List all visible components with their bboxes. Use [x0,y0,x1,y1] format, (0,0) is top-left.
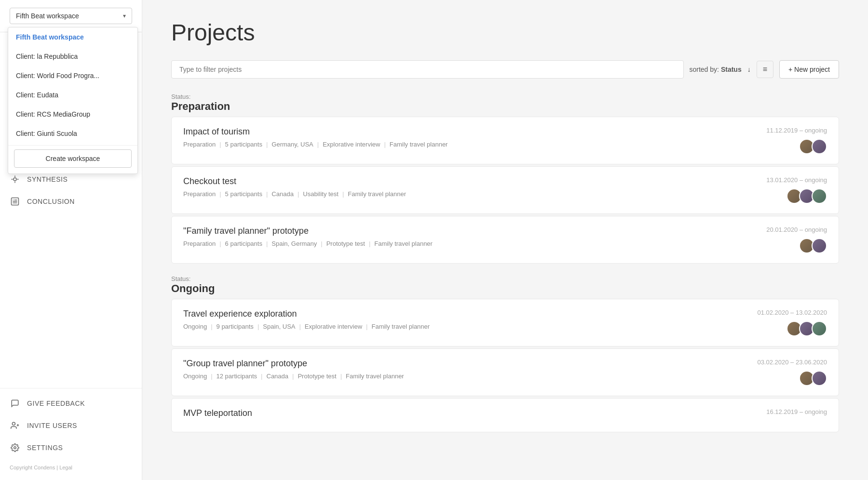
project-meta-ongoing-0: Ongoing | 9 participants | Spain, USA | … [183,323,731,330]
main-content: Projects sorted by: Status ↓ ≡ + New pro… [142,0,868,480]
dropdown-item-0[interactable]: Fifth Beat workspace [8,27,137,47]
sort-label: sorted by: Status [690,66,742,73]
svg-point-4 [14,178,16,181]
status-header-preparation: Status: Preparation [171,93,839,113]
sidebar-item-feedback[interactable]: GIVE FEEDBACK [0,392,142,414]
avatar [812,238,827,253]
avatar [812,371,827,386]
sort-direction-button[interactable]: ↓ [747,66,751,73]
dropdown-divider [8,145,137,146]
project-right-ongoing-0: 01.02.2020 – 13.02.2020 [731,309,827,336]
status-label-preparation: Status: [171,93,839,100]
filter-input[interactable] [171,60,684,79]
feedback-label: GIVE FEEDBACK [27,400,85,407]
project-meta-ongoing-1: Ongoing | 12 participants | Canada | Pro… [183,373,731,380]
invite-icon [10,420,20,431]
project-meta-0: Preparation | 5 participants | Germany, … [183,141,731,148]
project-info-ongoing-0: Travel experience exploration Ongoing | … [183,309,731,330]
sidebar: Fifth Beat workspace ▾ Fifth Beat worksp… [0,0,142,480]
avatar [812,139,827,154]
project-right-2: 20.01.2020 – ongoing [731,226,827,253]
project-date-2: 20.01.2020 – ongoing [766,226,827,233]
sidebar-footer: Copyright Condens | Legal [0,459,142,476]
project-date-1: 13.01.2020 – ongoing [766,176,827,184]
dropdown-item-1[interactable]: Client: la Repubblica [8,47,137,66]
svg-point-13 [14,447,16,449]
project-right-ongoing-2: 16.12.2019 – ongoing [731,408,827,415]
dropdown-item-2[interactable]: Client: World Food Progra... [8,66,137,85]
chevron-down-icon: ▾ [123,13,126,19]
project-date-ongoing-2: 16.12.2019 – ongoing [766,408,827,415]
dropdown-item-3[interactable]: Client: Eudata [8,85,137,105]
project-card-1[interactable]: Checkout test Preparation | 5 participan… [171,166,839,214]
project-avatars-1 [787,188,827,204]
invite-label: INVITE USERS [27,422,77,429]
project-avatars-2 [799,238,827,253]
project-info-2: "Family travel planner" prototype Prepar… [183,226,731,247]
project-right-0: 11.12.2019 – ongoing [731,127,827,154]
project-info-0: Impact of tourism Preparation | 5 partic… [183,127,731,148]
status-group-ongoing: Status: Ongoing Travel experience explor… [171,275,839,432]
status-value-preparation: Preparation [171,100,839,113]
conclusion-icon [10,196,20,207]
project-name-0: Impact of tourism [183,127,731,137]
avatar [812,321,827,336]
project-name-ongoing-1: "Group travel planner" prototype [183,359,731,369]
status-value-ongoing: Ongoing [171,282,839,295]
project-info-ongoing-2: MVP teleportation [183,408,731,422]
svg-point-10 [12,422,15,425]
sort-arrow-icon: ↓ [747,66,751,73]
sidebar-item-invite[interactable]: INVITE USERS [0,414,142,437]
feedback-icon [10,398,20,409]
project-name-1: Checkout test [183,176,731,187]
project-name-ongoing-0: Travel experience exploration [183,309,731,319]
status-header-ongoing: Status: Ongoing [171,275,839,295]
project-name-ongoing-2: MVP teleportation [183,408,731,418]
project-card-ongoing-2[interactable]: MVP teleportation 16.12.2019 – ongoing [171,398,839,432]
project-right-1: 13.01.2020 – ongoing [731,176,827,204]
synthesis-label: SYNTHESIS [27,175,68,183]
page-title: Projects [171,19,839,46]
avatar [812,188,827,204]
sidebar-bottom: GIVE FEEDBACK INVITE USERS SETTINGS [0,388,142,480]
project-date-ongoing-0: 01.02.2020 – 13.02.2020 [757,309,827,316]
filter-options-button[interactable]: ≡ [757,61,773,78]
status-label-ongoing: Status: [171,275,839,282]
filter-icon: ≡ [763,65,767,73]
new-project-button[interactable]: + New project [779,60,839,79]
project-right-ongoing-1: 03.02.2020 – 23.06.2020 [731,359,827,386]
synthesis-icon [10,174,20,185]
sidebar-item-settings[interactable]: SETTINGS [0,437,142,459]
project-avatars-0 [799,139,827,154]
project-date-0: 11.12.2019 – ongoing [766,127,827,134]
project-info-ongoing-1: "Group travel planner" prototype Ongoing… [183,359,731,380]
conclusion-label: CONCLUSION [27,198,75,205]
project-date-ongoing-1: 03.02.2020 – 23.06.2020 [757,359,827,366]
status-group-preparation: Status: Preparation Impact of tourism Pr… [171,93,839,264]
project-avatars-ongoing-0 [787,321,827,336]
project-info-1: Checkout test Preparation | 5 participan… [183,176,731,198]
project-card-2[interactable]: "Family travel planner" prototype Prepar… [171,216,839,264]
project-card-0[interactable]: Impact of tourism Preparation | 5 partic… [171,117,839,164]
create-workspace-button[interactable]: Create workspace [14,149,132,168]
project-card-ongoing-1[interactable]: "Group travel planner" prototype Ongoing… [171,348,839,396]
dropdown-item-5[interactable]: Client: Giunti Scuola [8,124,137,143]
project-avatars-ongoing-1 [799,371,827,386]
project-name-2: "Family travel planner" prototype [183,226,731,236]
dropdown-item-4[interactable]: Client: RCS MediaGroup [8,105,137,124]
project-meta-2: Preparation | 6 participants | Spain, Ge… [183,240,731,247]
project-meta-1: Preparation | 5 participants | Canada | … [183,190,731,198]
settings-icon [10,442,20,453]
sidebar-item-conclusion[interactable]: CONCLUSION [0,190,142,213]
workspace-button-label: Fifth Beat workspace [16,12,79,20]
project-card-ongoing-0[interactable]: Travel experience exploration Ongoing | … [171,299,839,347]
settings-label: SETTINGS [27,444,63,452]
filter-bar: sorted by: Status ↓ ≡ + New project [171,60,839,79]
workspace-dropdown-menu: Fifth Beat workspace Client: la Repubbli… [8,27,138,174]
workspace-dropdown-button[interactable]: Fifth Beat workspace ▾ [10,8,132,24]
